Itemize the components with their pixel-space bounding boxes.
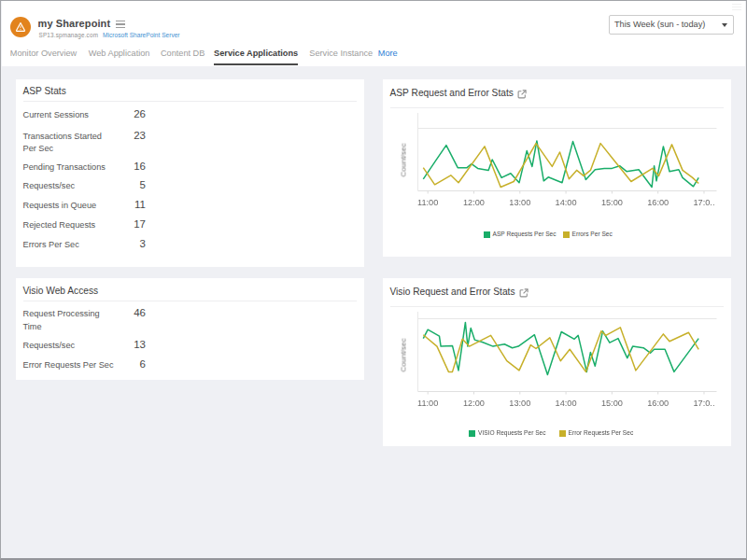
legend-swatch-green — [484, 231, 490, 238]
stat-row: Transactions Started Per Sec23 — [23, 130, 357, 156]
tab-monitor-overview[interactable]: Monitor Overview — [10, 49, 77, 63]
stat-label: Rejected Requests — [23, 219, 116, 232]
stat-label: Request Processing Time — [23, 308, 116, 333]
asp-stats-title: ASP Stats — [23, 86, 357, 96]
legend-item: ASP Requests Per Sec — [484, 231, 557, 238]
x-tick-label: 12:00 — [462, 197, 484, 206]
stat-label: Requests/sec — [23, 340, 116, 353]
x-tick-label: 13:00 — [509, 398, 530, 407]
series-yellow — [423, 143, 698, 187]
monitor-menu-icon[interactable] — [116, 21, 124, 28]
stat-value: 6 — [116, 358, 147, 371]
x-tick-label: 16:00 — [647, 197, 669, 206]
chart1-legend: ASP Requests Per SecErrors Per Sec — [484, 231, 619, 238]
stat-row: Rejected Requests17 — [23, 218, 357, 232]
stat-label: Requests in Queue — [23, 200, 116, 213]
stat-row: Current Sessions26 — [23, 108, 357, 122]
stat-row: Request Processing Time46 — [23, 307, 357, 333]
legend-label: VISIO Requests Per Sec — [478, 429, 546, 437]
stat-value: 23 — [116, 130, 147, 143]
visio-request-error-chart-card: Visio Request and Error Stats Count/sec … — [383, 278, 731, 447]
stat-row: Requests in Queue11 — [23, 199, 357, 213]
series-green — [423, 140, 698, 187]
legend-label: Error Requests Per Sec — [569, 429, 634, 437]
stat-label: Errors Per Sec — [23, 239, 116, 252]
stat-value: 17 — [116, 218, 147, 231]
legend-item: VISIO Requests Per Sec — [469, 429, 546, 437]
legend-swatch-green — [469, 430, 475, 437]
legend-label: Errors Per Sec — [572, 231, 613, 238]
chart1-plot: 11:0012:0013:0014:0015:0016:0017:0.. — [383, 112, 731, 210]
stat-label: Pending Transactions — [23, 161, 116, 175]
x-tick-label: 12:00 — [462, 398, 484, 407]
chart1-title: ASP Request and Error Stats — [390, 88, 514, 98]
divider — [390, 306, 724, 307]
x-tick-label: 16:00 — [647, 398, 669, 407]
x-tick-label: 17:0.. — [693, 197, 714, 206]
monitor-status-badge — [10, 17, 31, 37]
stat-label: Requests/sec — [23, 180, 116, 193]
corner-menu-icon[interactable] — [732, 4, 741, 13]
asp-stats-card: ASP Stats Current Sessions26Transactions… — [16, 79, 364, 267]
legend-item: Errors Per Sec — [563, 231, 613, 238]
stat-label: Current Sessions — [23, 109, 116, 122]
x-tick-label: 15:00 — [600, 197, 622, 206]
chart2-title: Visio Request and Error Stats — [390, 287, 515, 297]
tab-service-instance[interactable]: Service Instance — [309, 49, 373, 63]
x-tick-label: 14:00 — [555, 398, 576, 407]
stat-row: Errors Per Sec3 — [23, 238, 357, 252]
monitor-host: SP13.spmanage.com — [39, 32, 99, 38]
stat-row: Error Requests Per Sec6 — [23, 358, 357, 372]
divider — [23, 301, 357, 301]
server-type-link[interactable]: Microsoft SharePoint Server — [103, 32, 179, 38]
stat-value: 46 — [116, 307, 147, 320]
stat-label: Transactions Started Per Sec — [23, 131, 116, 156]
stat-value: 16 — [116, 161, 147, 174]
open-in-new-window-icon[interactable] — [519, 288, 529, 300]
monitor-header: my Sharepoint SP13.spmanage.comMicrosoft… — [2, 1, 745, 66]
open-in-new-window-icon[interactable] — [517, 90, 527, 101]
divider — [390, 107, 724, 108]
tab-web-application[interactable]: Web Application — [89, 49, 150, 63]
x-tick-label: 15:00 — [600, 398, 622, 407]
stat-value: 26 — [116, 108, 147, 121]
app-window: my Sharepoint SP13.spmanage.comMicrosoft… — [0, 0, 747, 560]
period-selector[interactable]: This Week (sun - today) — [609, 15, 734, 35]
asp-request-error-chart-card: ASP Request and Error Stats Count/sec 11… — [383, 79, 731, 258]
visio-web-access-title: Visio Web Access — [23, 286, 357, 296]
tab-more[interactable]: More — [378, 49, 398, 63]
chart2-legend: VISIO Requests Per SecError Requests Per… — [469, 429, 646, 437]
visio-web-access-rows: Request Processing Time46Requests/sec13E… — [23, 307, 357, 378]
asp-stats-rows: Current Sessions26Transactions Started P… — [23, 108, 357, 258]
series-green — [423, 322, 698, 374]
stat-label: Error Requests Per Sec — [23, 359, 116, 372]
x-tick-label: 11:00 — [417, 197, 438, 206]
x-tick-label: 17:0.. — [693, 398, 714, 407]
monitor-title: my Sharepoint — [38, 18, 111, 29]
divider — [23, 101, 357, 102]
stat-value: 11 — [116, 199, 147, 212]
x-tick-label: 11:00 — [417, 398, 438, 407]
stat-row: Requests/sec13 — [23, 339, 357, 353]
legend-item: Error Requests Per Sec — [559, 429, 634, 437]
x-tick-label: 13:00 — [509, 197, 530, 206]
period-selector-value: This Week (sun - today) — [614, 20, 705, 29]
x-tick-label: 14:00 — [555, 197, 576, 206]
stat-row: Requests/sec5 — [23, 179, 357, 193]
legend-label: ASP Requests Per Sec — [493, 231, 557, 238]
stat-value: 3 — [116, 238, 147, 251]
visio-web-access-card: Visio Web Access Request Processing Time… — [16, 278, 364, 380]
legend-swatch-yellow — [559, 430, 566, 437]
caret-down-icon — [722, 23, 727, 27]
tab-service-applications[interactable]: Service Applications — [214, 49, 298, 65]
stat-value: 5 — [116, 179, 147, 192]
chart2-plot: 11:0012:0013:0014:0015:0016:0017:0.. — [383, 311, 731, 409]
tab-content-db[interactable]: Content DB — [161, 49, 205, 63]
stat-row: Pending Transactions16 — [23, 161, 357, 175]
warning-triangle-icon — [10, 17, 31, 37]
legend-swatch-yellow — [563, 231, 570, 238]
stat-value: 13 — [116, 339, 147, 352]
